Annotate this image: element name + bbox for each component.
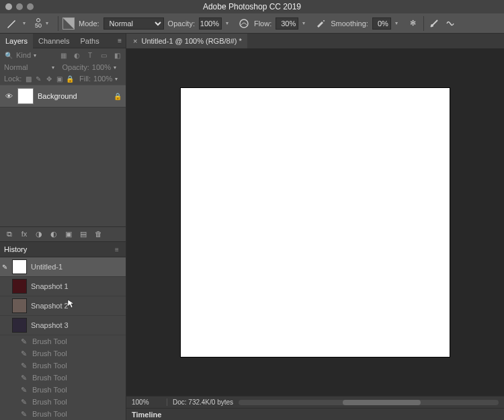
brush-icon: ✎ — [19, 409, 28, 419]
history-state[interactable]: ✎Brush Tool — [0, 335, 126, 347]
history-state-label: Brush Tool — [32, 337, 67, 345]
symmetry-icon[interactable] — [444, 17, 456, 30]
history-snapshot[interactable]: Snapshot 2 — [0, 296, 126, 316]
layer-row[interactable]: 👁 Background 🔒 — [0, 85, 126, 108]
document-area: × Untitled-1 @ 100% (RGB/8#) * 100% Doc:… — [126, 34, 504, 420]
lock-artboard-icon[interactable]: ▣ — [56, 74, 63, 83]
brush-preset-dropdown[interactable]: ▾ — [46, 20, 54, 26]
layer-opacity-dropdown[interactable]: ▾ — [114, 65, 122, 71]
history-state[interactable]: ✎Brush Tool — [0, 360, 126, 372]
history-snapshot[interactable]: Snapshot 1 — [0, 277, 126, 296]
lock-all-icon[interactable]: 🔒 — [66, 74, 74, 83]
link-layers-icon[interactable]: ⧉ — [4, 230, 15, 239]
close-tab-icon[interactable]: × — [133, 37, 137, 45]
window-close-button[interactable] — [5, 3, 12, 10]
tool-preset-dropdown[interactable]: ▾ — [23, 20, 31, 26]
brush-icon: ✎ — [19, 337, 28, 346]
canvas[interactable] — [181, 88, 450, 357]
brush-icon: ✎ — [19, 361, 28, 370]
canvas-viewport[interactable] — [126, 48, 504, 396]
airbrush-icon[interactable] — [314, 17, 327, 30]
history-state-label: Brush Tool — [32, 410, 67, 418]
snapshot-label: Snapshot 3 — [31, 321, 69, 329]
history-state[interactable]: ✎Brush Tool — [0, 396, 126, 408]
mode-label: Mode: — [79, 19, 99, 28]
document-tab[interactable]: × Untitled-1 @ 100% (RGB/8#) * — [126, 34, 247, 48]
brush-icon: ✎ — [19, 349, 28, 358]
layer-thumbnail[interactable] — [17, 88, 34, 104]
window-minimize-button[interactable] — [16, 3, 23, 10]
history-state[interactable]: ✎Brush Tool — [0, 408, 126, 420]
opacity-field[interactable]: 100% — [199, 17, 222, 30]
lock-position-icon[interactable]: ✥ — [45, 74, 52, 83]
flow-dropdown[interactable]: ▾ — [302, 20, 310, 26]
left-panels: Layers Channels Paths ≡ 🔍 Kind ▾ ▦ ◐ T ▭… — [0, 34, 126, 420]
fill-dropdown[interactable]: ▾ — [115, 76, 122, 82]
filter-type-icon[interactable]: T — [85, 50, 95, 60]
filter-adjust-icon[interactable]: ◐ — [72, 50, 81, 60]
brush-icon: ✎ — [19, 397, 28, 407]
layers-panel-tabs: Layers Channels Paths ≡ — [0, 34, 126, 48]
timeline-panel-title[interactable]: Timeline — [126, 408, 504, 420]
tab-layers[interactable]: Layers — [0, 34, 33, 48]
history-snapshot[interactable]: Snapshot 3 — [0, 316, 126, 335]
tab-paths[interactable]: Paths — [75, 34, 105, 48]
window-title: Adobe Photoshop CC 2019 — [0, 2, 504, 11]
options-bar: ▾ 50 ▾ Mode: Normal Opacity: 100% ▾ Flow… — [0, 13, 504, 34]
blend-mode-select[interactable]: Normal — [103, 17, 164, 30]
flow-field[interactable]: 30% — [276, 17, 298, 30]
smoothing-field[interactable]: 0% — [372, 17, 391, 30]
filter-pixel-icon[interactable]: ▦ — [58, 50, 68, 60]
layer-fx-icon[interactable]: fx — [19, 230, 30, 239]
brush-settings-icon[interactable] — [62, 17, 75, 30]
history-state[interactable]: ✎Brush Tool — [0, 347, 126, 360]
doc-info[interactable]: Doc: 732.4K/0 bytes — [167, 398, 233, 406]
new-adjustment-icon[interactable]: ◐ — [48, 230, 59, 239]
layer-blend-mode[interactable]: Normal — [4, 63, 49, 71]
new-layer-icon[interactable]: ▤ — [78, 230, 89, 239]
history-list: ✎ Untitled-1 Snapshot 1 Snapshot 2 Snaps… — [0, 257, 126, 420]
horizontal-scrollbar[interactable] — [239, 400, 499, 405]
fill-label: Fill: — [79, 75, 91, 83]
add-mask-icon[interactable]: ◑ — [34, 230, 44, 239]
history-state-label: Brush Tool — [32, 398, 67, 406]
history-state[interactable]: ✎Brush Tool — [0, 384, 126, 396]
timeline-label: Timeline — [132, 411, 161, 419]
svg-point-2 — [431, 24, 433, 27]
pressure-size-icon[interactable] — [428, 17, 440, 30]
history-snapshot[interactable]: ✎ Untitled-1 — [0, 257, 126, 277]
lock-label: Lock: — [4, 75, 22, 83]
history-state[interactable]: ✎Brush Tool — [0, 372, 126, 384]
history-state-label: Brush Tool — [32, 386, 67, 394]
lock-transparent-icon[interactable]: ▩ — [24, 74, 32, 83]
layer-blend-dropdown[interactable]: ▾ — [52, 65, 60, 71]
smoothing-label: Smoothing: — [331, 19, 368, 28]
opacity-dropdown[interactable]: ▾ — [226, 20, 234, 26]
layers-panel-menu-icon[interactable]: ≡ — [118, 37, 126, 44]
tab-channels[interactable]: Channels — [33, 34, 75, 48]
smoothing-options-icon[interactable]: ✻ — [407, 17, 419, 30]
layer-opacity-value[interactable]: 100% — [92, 63, 111, 71]
delete-layer-icon[interactable]: 🗑 — [93, 230, 103, 239]
snapshot-thumbnail — [12, 298, 27, 313]
document-tab-label: Untitled-1 @ 100% (RGB/8#) * — [141, 37, 241, 45]
visibility-eye-icon[interactable]: 👁 — [4, 92, 13, 100]
kind-filter[interactable]: Kind — [16, 51, 31, 59]
snapshot-label: Untitled-1 — [31, 263, 62, 271]
window-maximize-button[interactable] — [27, 3, 34, 10]
filter-smart-icon[interactable]: ◧ — [112, 50, 122, 60]
lock-brush-icon[interactable]: ✎ — [35, 74, 42, 83]
filter-shape-icon[interactable]: ▭ — [99, 50, 108, 60]
kind-dropdown[interactable]: ▾ — [34, 52, 42, 58]
brush-tool-icon[interactable] — [4, 16, 19, 31]
new-group-icon[interactable]: ▣ — [63, 230, 74, 239]
zoom-level[interactable]: 100% — [126, 398, 167, 406]
pressure-opacity-icon[interactable] — [238, 17, 250, 30]
brush-preset-picker[interactable]: 50 — [35, 18, 42, 29]
history-source-icon[interactable]: ✎ — [2, 263, 7, 271]
history-panel-menu-icon[interactable]: ≡ — [112, 245, 122, 254]
smoothing-dropdown[interactable]: ▾ — [395, 20, 403, 26]
history-panel-title: History ≡ — [0, 241, 126, 257]
snapshot-thumbnail — [12, 259, 27, 274]
fill-value[interactable]: 100% — [93, 75, 112, 83]
